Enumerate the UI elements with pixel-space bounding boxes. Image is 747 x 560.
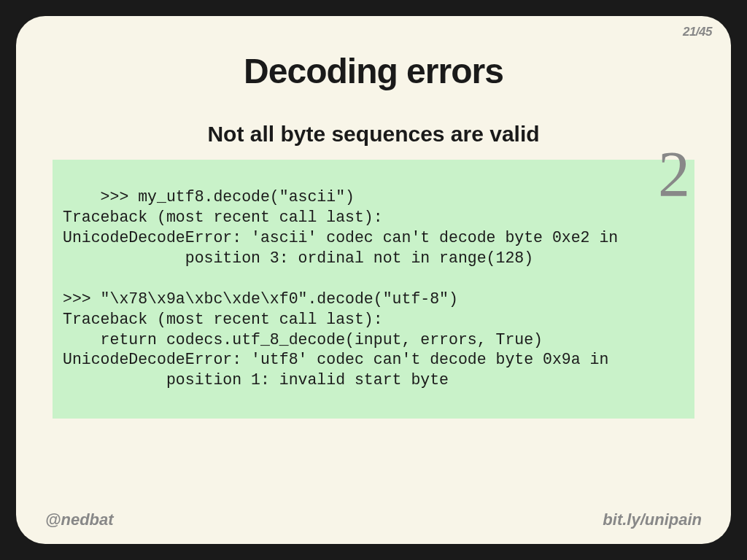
code-content: >>> my_utf8.decode("ascii") Traceback (m… — [63, 188, 618, 389]
slide: 21/45 Decoding errors Not all byte seque… — [16, 16, 731, 544]
footer-author: @nedbat — [45, 510, 114, 529]
slide-title: Decoding errors — [53, 51, 694, 91]
footer-link: bit.ly/unipain — [603, 510, 702, 529]
annotation-number: 2 — [658, 142, 690, 206]
page-current: 21 — [683, 25, 696, 39]
slide-subtitle: Not all byte sequences are valid — [53, 122, 694, 147]
page-counter: 21/45 — [683, 25, 712, 39]
page-total: 45 — [699, 25, 712, 39]
code-block: 2>>> my_utf8.decode("ascii") Traceback (… — [53, 160, 694, 419]
